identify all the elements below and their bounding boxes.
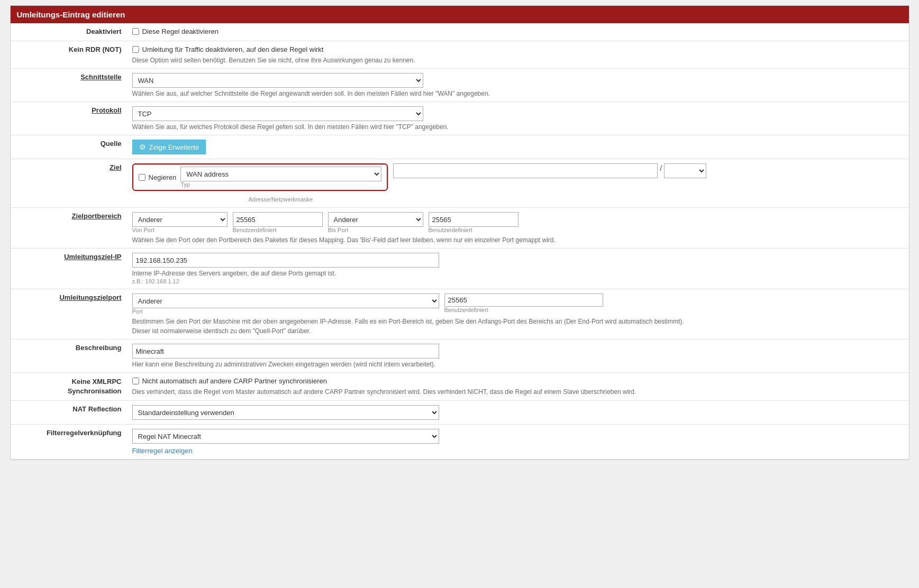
- label-umleitungsziel-ip: Umleitungsziel-IP: [11, 249, 127, 289]
- ziel-mask-col: [664, 163, 706, 178]
- beschreibung-help: Hier kann eine Beschreibung zu administr…: [132, 361, 904, 368]
- ziel-slash-col: /: [660, 163, 662, 172]
- row-umleitungszielport: Umleitungszielport Anderer Port Benutzer…: [11, 289, 909, 339]
- from-port-select[interactable]: Anderer: [132, 212, 228, 227]
- label-umleitungszielport: Umleitungszielport: [11, 289, 127, 339]
- label-ziel: Ziel: [11, 159, 127, 208]
- schnittstelle-link[interactable]: Schnittstelle: [80, 73, 121, 81]
- ziel-address-col: [393, 163, 658, 178]
- keine-xmlrpc-checkbox-label[interactable]: Nicht automatisch auf andere CARP Partne…: [132, 377, 327, 385]
- content-zielportbereich: Anderer Von Port Benutzerdefiniert Ander…: [127, 208, 909, 249]
- ziel-mask-select[interactable]: [664, 163, 706, 178]
- kein-rdr-help: Diese Option wird selten benötigt. Benut…: [132, 57, 904, 64]
- to-custom-input[interactable]: [429, 212, 518, 227]
- schnittstelle-select[interactable]: WAN: [132, 73, 423, 88]
- umleitungsziel-ip-help2: z.B.: 192.168.1.12: [132, 278, 904, 284]
- label-quelle: Quelle: [11, 135, 127, 159]
- ziel-address-input[interactable]: [393, 163, 658, 178]
- label-kein-rdr: Kein RDR (NOT): [11, 41, 127, 69]
- uzp-help1: Bestimmen Sie den Port der Maschine mit …: [132, 318, 904, 325]
- ziel-highlight-box: Negieren WAN address Typ: [132, 163, 388, 191]
- label-nat-reflection: NAT Reflection: [11, 401, 127, 425]
- content-umleitungsziel-ip: Interne IP-Adresse des Servers angeben, …: [127, 249, 909, 289]
- keine-xmlrpc-checkbox[interactable]: [132, 378, 139, 384]
- port-row: Anderer Von Port Benutzerdefiniert Ander…: [132, 212, 904, 233]
- to-custom-col: Benutzerdefiniert: [429, 212, 518, 233]
- row-zielportbereich: Zielportbereich Anderer Von Port Benutze…: [11, 208, 909, 249]
- content-protokoll: TCP Wählen Sie aus, für welches Protokol…: [127, 102, 909, 135]
- umleitungsziel-ip-input[interactable]: [132, 253, 439, 268]
- row-deaktiviert: Deaktiviert Diese Regel deaktivieren: [11, 23, 909, 41]
- ziel-link[interactable]: Ziel: [110, 163, 121, 171]
- from-port-label: Von Port: [132, 227, 228, 233]
- protokoll-link[interactable]: Protokoll: [92, 106, 121, 114]
- deaktiviert-checkbox-label[interactable]: Diese Regel deaktivieren: [132, 27, 219, 35]
- to-port-label: Bis Port: [328, 227, 423, 233]
- deaktiviert-checkbox[interactable]: [132, 28, 139, 35]
- keine-xmlrpc-help: Dies verhindert, dass die Regel vom Mast…: [132, 388, 904, 396]
- ziel-address-label: Adresse/Netzwerkmaske: [249, 196, 313, 203]
- label-zielportbereich: Zielportbereich: [11, 208, 127, 249]
- label-beschreibung: Beschreibung: [11, 339, 127, 373]
- uzp-port-label: Port: [132, 308, 439, 315]
- kein-rdr-checkbox[interactable]: [132, 46, 139, 53]
- label-deaktiviert: Deaktiviert: [11, 23, 127, 41]
- label-protokoll: Protokoll: [11, 102, 127, 135]
- ziel-negate-label[interactable]: Negieren: [139, 173, 177, 181]
- content-kein-rdr: Umleitung für Traffic deaktivieren, auf …: [127, 41, 909, 69]
- uzp-custom-input[interactable]: [444, 293, 603, 307]
- ziel-type-label: Typ: [180, 181, 381, 188]
- content-deaktiviert: Diese Regel deaktivieren: [127, 23, 909, 41]
- row-quelle: Quelle ⚙ Zeige Erweiterte: [11, 135, 909, 159]
- from-custom-input[interactable]: [233, 212, 323, 227]
- uzp-port-select[interactable]: Anderer: [132, 293, 439, 308]
- show-advanced-button[interactable]: ⚙ Zeige Erweiterte: [132, 140, 206, 154]
- row-protokoll: Protokoll TCP Wählen Sie aus, für welche…: [11, 102, 909, 135]
- umleitungsziel-ip-link[interactable]: Umleitungsziel-IP: [64, 253, 121, 261]
- gear-icon: ⚙: [139, 143, 146, 151]
- content-schnittstelle: WAN Wählen Sie aus, auf welcher Schnitts…: [127, 69, 909, 102]
- umleitungsziel-ip-help1: Interne IP-Adresse des Servers angeben, …: [132, 270, 904, 277]
- umleitungszielport-row: Anderer Port Benutzerdefiniert: [132, 293, 904, 315]
- form-table: Deaktiviert Diese Regel deaktivieren Kei…: [11, 23, 909, 460]
- form-header: Umleitungs-Eintrag editieren: [11, 6, 909, 23]
- ziel-type-select[interactable]: WAN address: [180, 167, 381, 181]
- to-custom-label: Benutzerdefiniert: [429, 227, 518, 233]
- row-keine-xmlrpc: Keine XMLRPCSynchronisation Nicht automa…: [11, 373, 909, 401]
- protokoll-help: Wählen Sie aus, für welches Protokoll di…: [132, 123, 904, 131]
- label-schnittstelle: Schnittstelle: [11, 69, 127, 102]
- row-ziel: Ziel Negieren WAN address T: [11, 159, 909, 208]
- content-nat-reflection: Standardeinstellung verwenden: [127, 401, 909, 425]
- umleitungszielport-link[interactable]: Umleitungszielport: [59, 293, 121, 301]
- to-port-col: Anderer Bis Port: [328, 212, 423, 233]
- slash-separator: /: [660, 163, 662, 172]
- header-title: Umleitungs-Eintrag editieren: [17, 10, 125, 19]
- beschreibung-input[interactable]: [132, 344, 439, 359]
- zielportbereich-link[interactable]: Zielportbereich: [72, 212, 122, 220]
- content-beschreibung: Hier kann eine Beschreibung zu administr…: [127, 339, 909, 373]
- uzp-custom-col: Benutzerdefiniert: [444, 293, 603, 313]
- uzp-custom-label: Benutzerdefiniert: [444, 307, 603, 313]
- zielportbereich-help: Wählen Sie den Port oder den Portbereich…: [132, 236, 904, 244]
- ziel-type-group: WAN address Typ: [180, 167, 381, 188]
- filterregel-link[interactable]: Filterregel anzeigen: [132, 447, 193, 455]
- content-keine-xmlrpc: Nicht automatisch auf andere CARP Partne…: [127, 373, 909, 401]
- row-umleitungsziel-ip: Umleitungsziel-IP Interne IP-Adresse des…: [11, 249, 909, 289]
- ziel-negate-checkbox[interactable]: [139, 174, 145, 181]
- content-ziel: Negieren WAN address Typ: [127, 159, 909, 208]
- kein-rdr-checkbox-label[interactable]: Umleitung für Traffic deaktivieren, auf …: [132, 45, 324, 53]
- label-filterregel: Filterregelverknüpfung: [11, 425, 127, 460]
- row-filterregel: Filterregelverknüpfung Regel NAT Minecra…: [11, 425, 909, 460]
- row-kein-rdr: Kein RDR (NOT) Umleitung für Traffic dea…: [11, 41, 909, 69]
- to-port-select[interactable]: Anderer: [328, 212, 423, 227]
- content-umleitungszielport: Anderer Port Benutzerdefiniert Bestimmen…: [127, 289, 909, 339]
- protokoll-select[interactable]: TCP: [132, 106, 423, 121]
- filterregel-select[interactable]: Regel NAT Minecraft: [132, 429, 439, 444]
- nat-reflection-select[interactable]: Standardeinstellung verwenden: [132, 405, 439, 420]
- content-filterregel: Regel NAT Minecraft Filterregel anzeigen: [127, 425, 909, 460]
- ziel-address-label-group: Adresse/Netzwerkmaske: [132, 195, 904, 203]
- from-port-col: Anderer Von Port: [132, 212, 228, 233]
- from-custom-label: Benutzerdefiniert: [233, 227, 323, 233]
- row-beschreibung: Beschreibung Hier kann eine Beschreibung…: [11, 339, 909, 373]
- ziel-address-group: /: [393, 163, 706, 178]
